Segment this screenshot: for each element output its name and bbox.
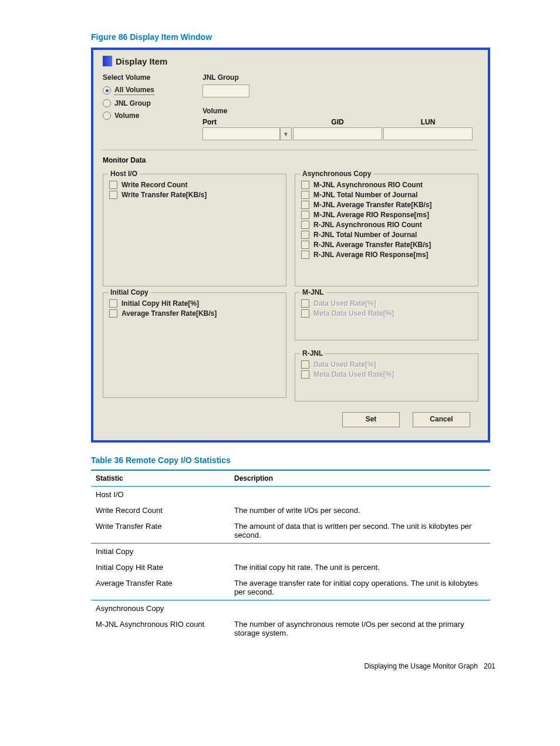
host-io-legend: Host I/O xyxy=(108,170,140,178)
select-volume-label: Select Volume xyxy=(103,73,185,82)
chk-rjnl-data-used: Data Used Rate[%] xyxy=(301,360,472,369)
radio-icon xyxy=(103,86,111,94)
gid-field[interactable] xyxy=(293,127,382,140)
header-icon xyxy=(103,56,112,66)
mjnl-group: M-JNL Data Used Rate[%] Meta Data Used R… xyxy=(295,292,478,340)
cell-statistic: Average Transfer Rate xyxy=(91,575,230,600)
chk-mjnl-total-journal[interactable]: M-JNL Total Number of Journal xyxy=(301,191,472,199)
table-row: Host I/O xyxy=(91,487,490,503)
chk-rjnl-avg-transfer[interactable]: R-JNL Average Transfer Rate[KB/s] xyxy=(301,241,472,249)
cell-statistic: Initial Copy Hit Rate xyxy=(91,559,230,575)
set-button[interactable]: Set xyxy=(342,412,400,427)
statistics-table: Statistic Description Host I/OWrite Reco… xyxy=(91,470,490,641)
cell-statistic: Write Record Count xyxy=(91,502,230,518)
rjnl-group: R-JNL Data Used Rate[%] Meta Data Used R… xyxy=(295,353,478,401)
chk-mjnl-data-used: Data Used Rate[%] xyxy=(301,299,472,308)
volume-label: Volume xyxy=(203,107,478,115)
chk-mjnl-avg-transfer[interactable]: M-JNL Average Transfer Rate[KB/s] xyxy=(301,201,472,209)
radio-all-volumes[interactable]: All Volumes xyxy=(103,86,185,95)
chk-initial-avg-transfer[interactable]: Average Transfer Rate[KB/s] xyxy=(109,309,280,318)
table-row: Asynchronous Copy xyxy=(91,600,490,617)
jnl-group-label: JNL Group xyxy=(203,73,478,82)
port-dropdown[interactable]: ▼ xyxy=(203,127,292,140)
cell-statistic: Initial Copy xyxy=(91,544,230,560)
chk-initial-hit-rate[interactable]: Initial Copy Hit Rate[%] xyxy=(109,299,280,308)
radio-jnl-group[interactable]: JNL Group xyxy=(103,99,185,107)
chk-rjnl-rio-count[interactable]: R-JNL Asynchronous RIO Count xyxy=(301,221,472,229)
chk-mjnl-avg-response[interactable]: M-JNL Average RIO Response[ms] xyxy=(301,211,472,219)
header-text: Display Item xyxy=(116,56,167,66)
async-copy-group: Asynchronous Copy M-JNL Asynchronous RIO… xyxy=(295,174,478,286)
lun-label: LUN xyxy=(383,118,473,126)
chk-write-transfer-rate[interactable]: Write Transfer Rate[KB/s] xyxy=(109,191,280,199)
cell-description xyxy=(230,544,490,560)
cell-statistic: Host I/O xyxy=(91,487,230,503)
table-row: Initial Copy Hit RateThe initial copy hi… xyxy=(91,559,490,575)
lun-field[interactable] xyxy=(383,127,473,140)
port-label: Port xyxy=(203,118,292,126)
cell-description: The number of write I/Os per second. xyxy=(230,502,490,518)
cell-description: The number of asynchronous remote I/Os p… xyxy=(230,616,490,641)
chevron-down-icon: ▼ xyxy=(280,127,292,140)
host-io-group: Host I/O Write Record Count Write Transf… xyxy=(103,174,286,286)
col-statistic: Statistic xyxy=(91,470,230,487)
radio-label: Volume xyxy=(114,112,139,120)
page-footer: Displaying the Usage Monitor Graph 201 xyxy=(91,662,495,670)
table-row: Write Transfer RateThe amount of data th… xyxy=(91,518,490,544)
display-item-window: Display Item Select Volume All Volumes J… xyxy=(91,48,490,443)
chk-rjnl-meta-used: Meta Data Used Rate[%] xyxy=(301,370,472,379)
cell-description: The amount of data that is written per s… xyxy=(230,518,490,544)
col-description: Description xyxy=(230,470,490,487)
async-legend: Asynchronous Copy xyxy=(300,170,373,178)
cell-statistic: M-JNL Asynchronous RIO count xyxy=(91,616,230,641)
jnl-group-field[interactable] xyxy=(203,85,249,97)
radio-icon xyxy=(103,99,111,107)
table-title: Table 36 Remote Copy I/O Statistics xyxy=(91,455,495,465)
radio-label: All Volumes xyxy=(114,86,154,95)
window-header: Display Item xyxy=(103,56,478,66)
cancel-button[interactable]: Cancel xyxy=(413,412,470,427)
initial-legend: Initial Copy xyxy=(108,288,151,296)
chk-rjnl-total-journal[interactable]: R-JNL Total Number of Journal xyxy=(301,231,472,239)
chk-write-record-count[interactable]: Write Record Count xyxy=(109,181,280,189)
cell-description: The average transfer rate for initial co… xyxy=(230,575,490,600)
cell-description xyxy=(230,600,490,617)
table-row: Average Transfer RateThe average transfe… xyxy=(91,575,490,600)
chk-rjnl-avg-response[interactable]: R-JNL Average RIO Response[ms] xyxy=(301,251,472,259)
figure-title: Figure 86 Display Item Window xyxy=(91,32,495,42)
radio-icon xyxy=(103,112,111,120)
initial-copy-group: Initial Copy Initial Copy Hit Rate[%] Av… xyxy=(103,292,286,398)
mjnl-legend: M-JNL xyxy=(300,288,326,296)
chk-mjnl-rio-count[interactable]: M-JNL Asynchronous RIO Count xyxy=(301,181,472,189)
gid-label: GID xyxy=(293,118,382,126)
table-row: M-JNL Asynchronous RIO countThe number o… xyxy=(91,616,490,641)
monitor-data-label: Monitor Data xyxy=(103,156,478,164)
cell-description: The initial copy hit rate. The unit is p… xyxy=(230,559,490,575)
cell-statistic: Asynchronous Copy xyxy=(91,600,230,617)
radio-label: JNL Group xyxy=(114,99,151,107)
table-row: Initial Copy xyxy=(91,544,490,560)
cell-statistic: Write Transfer Rate xyxy=(91,518,230,544)
cell-description xyxy=(230,487,490,503)
radio-volume[interactable]: Volume xyxy=(103,112,185,120)
rjnl-legend: R-JNL xyxy=(300,349,325,357)
chk-mjnl-meta-used: Meta Data Used Rate[%] xyxy=(301,309,472,318)
table-row: Write Record CountThe number of write I/… xyxy=(91,502,490,518)
